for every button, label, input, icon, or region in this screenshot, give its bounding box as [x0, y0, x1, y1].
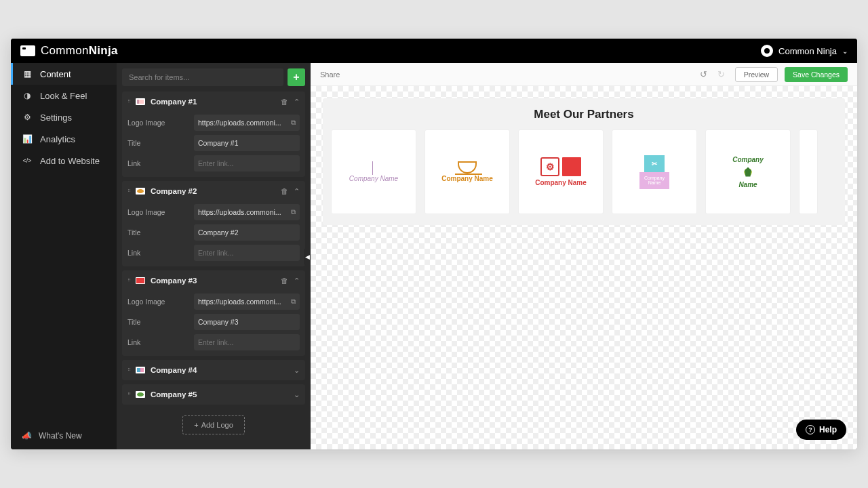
- gear-icon: ⚙: [22, 113, 32, 122]
- plus-icon: +: [194, 421, 198, 429]
- account-name: Common Ninja: [778, 46, 837, 56]
- content-item-4: ⠿ Company #4 ⌄: [122, 360, 305, 380]
- item-thumb-icon: [136, 367, 145, 373]
- item-header[interactable]: ⠿ Company #1 🗑 ⌃: [122, 92, 305, 112]
- drag-handle-icon[interactable]: ⠿: [127, 392, 130, 397]
- search-row: +: [122, 68, 305, 86]
- avatar-icon: [761, 45, 773, 57]
- content-item-3: ⠿ Company #3 🗑⌃ Logo Imagehttps://upload…: [122, 270, 305, 356]
- chevron-down-icon: ⌄: [842, 47, 848, 55]
- field-label-logo: Logo Image: [127, 119, 189, 127]
- sidebar-item-analytics[interactable]: 📊 Analytics: [11, 128, 117, 150]
- link-input[interactable]: [198, 338, 296, 346]
- redo-icon: ↻: [717, 69, 728, 80]
- content-item-1: ⠿ Company #1 🗑 ⌃ Logo Imagehttps://uploa…: [122, 92, 305, 177]
- add-logo-label: Add Logo: [201, 421, 233, 429]
- code-icon: </>: [22, 157, 32, 164]
- content-pane: + ⠿ Company #1 🗑 ⌃ Logo Imagehttps://upl…: [117, 63, 311, 449]
- link-input[interactable]: [198, 249, 296, 257]
- add-item-button[interactable]: +: [288, 68, 305, 86]
- drag-handle-icon[interactable]: ⠿: [127, 99, 130, 104]
- grid-icon: ▦: [22, 69, 32, 79]
- logo-card: ⚙Company Name: [518, 129, 604, 214]
- nav-label: Look & Feel: [40, 91, 87, 101]
- nav-label: Add to Website: [40, 156, 100, 166]
- sidebar-item-look-feel[interactable]: ◑ Look & Feel: [11, 85, 117, 106]
- brand: CommonNinja: [20, 44, 118, 58]
- field-label-title: Title: [127, 318, 189, 326]
- preview-toolbar: Share ↺ ↻ Preview Save Changes: [311, 63, 857, 86]
- logo-card: ✂Company Name: [612, 129, 697, 214]
- item-header[interactable]: ⠿ Company #2 🗑⌃: [122, 181, 305, 201]
- preview-button[interactable]: Preview: [735, 67, 778, 82]
- delete-icon[interactable]: 🗑: [281, 187, 288, 196]
- logo-url-input[interactable]: https://uploads.commoni...: [198, 119, 291, 127]
- item-header[interactable]: ⠿ Company #3 🗑⌃: [122, 270, 305, 291]
- field-label-logo: Logo Image: [127, 298, 189, 306]
- item-thumb-icon: [136, 277, 145, 284]
- link-input[interactable]: [198, 159, 296, 167]
- item-title: Company #4: [151, 366, 288, 374]
- save-changes-button[interactable]: Save Changes: [785, 67, 848, 82]
- field-label-title: Title: [127, 139, 189, 147]
- help-button[interactable]: ? Help: [796, 420, 846, 440]
- nav-label: Content: [40, 69, 71, 79]
- delete-icon[interactable]: 🗑: [281, 277, 288, 285]
- content-item-5: ⠿ Company #5 ⌄: [122, 384, 305, 405]
- sidebar-item-content[interactable]: ▦ Content: [11, 63, 117, 85]
- drag-handle-icon[interactable]: ⠿: [127, 188, 130, 194]
- upload-icon[interactable]: ⧉: [291, 298, 296, 306]
- chevron-down-icon[interactable]: ⌄: [294, 366, 300, 375]
- logo-url-input[interactable]: https://uploads.commoni...: [198, 208, 291, 216]
- help-label: Help: [819, 425, 837, 434]
- upload-icon[interactable]: ⧉: [291, 119, 296, 127]
- item-body: Logo Imagehttps://uploads.commoni...⧉ Ti…: [122, 112, 305, 177]
- whats-new-button[interactable]: 📣 What's New: [11, 422, 117, 449]
- add-logo-button[interactable]: + Add Logo: [182, 415, 245, 434]
- megaphone-icon: 📣: [22, 431, 32, 441]
- title-input[interactable]: Company #3: [198, 318, 296, 326]
- field-label-link: Link: [127, 249, 189, 257]
- item-thumb-icon: [136, 188, 145, 195]
- item-title: Company #5: [151, 390, 288, 399]
- brand-text: CommonNinja: [41, 44, 118, 58]
- chevron-up-icon[interactable]: ⌃: [294, 277, 300, 285]
- preview-canvas: Meet Our Partners Company Name Company N…: [311, 86, 857, 449]
- item-title: Company #2: [151, 187, 275, 195]
- main: ▦ Content ◑ Look & Feel ⚙ Settings 📊 Ana…: [11, 63, 857, 449]
- chevron-down-icon[interactable]: ⌄: [294, 390, 300, 399]
- item-thumb-icon: [136, 391, 145, 398]
- item-header[interactable]: ⠿ Company #4 ⌄: [122, 360, 305, 380]
- chevron-up-icon[interactable]: ⌃: [294, 187, 300, 196]
- logo-showcase-widget: Meet Our Partners Company Name Company N…: [323, 98, 845, 225]
- undo-icon[interactable]: ↺: [700, 69, 711, 80]
- share-button[interactable]: Share: [320, 70, 340, 79]
- field-label-logo: Logo Image: [127, 208, 189, 216]
- field-label-link: Link: [127, 338, 189, 346]
- upload-icon[interactable]: ⧉: [291, 208, 296, 216]
- logo-card: Company Name: [331, 129, 416, 214]
- title-input[interactable]: Company #1: [198, 139, 296, 147]
- collapse-panel-button[interactable]: ◀: [304, 249, 311, 265]
- drag-handle-icon[interactable]: ⠿: [127, 278, 130, 283]
- title-input[interactable]: Company #2: [198, 228, 296, 237]
- logo-url-input[interactable]: https://uploads.commoni...: [198, 298, 291, 306]
- drag-handle-icon[interactable]: ⠿: [127, 367, 130, 373]
- widget-title: Meet Our Partners: [331, 108, 837, 121]
- preview-pane: ◀ Share ↺ ↻ Preview Save Changes Meet Ou…: [311, 63, 857, 449]
- delete-icon[interactable]: 🗑: [281, 98, 288, 106]
- item-thumb-icon: [136, 98, 145, 105]
- nav-label: Analytics: [40, 134, 75, 144]
- sidebar-item-settings[interactable]: ⚙ Settings: [11, 106, 117, 128]
- item-header[interactable]: ⠿ Company #5 ⌄: [122, 384, 305, 405]
- app-window: CommonNinja Common Ninja ⌄ ▦ Content ◑ L…: [11, 39, 857, 449]
- chevron-up-icon[interactable]: ⌃: [294, 98, 300, 106]
- sidebar: ▦ Content ◑ Look & Feel ⚙ Settings 📊 Ana…: [11, 63, 117, 449]
- logo-card-partial: [799, 129, 818, 214]
- logo-card: CompanyName: [705, 129, 791, 214]
- sidebar-item-add-to-website[interactable]: </> Add to Website: [11, 150, 117, 171]
- item-title: Company #1: [151, 98, 275, 106]
- nav-label: Settings: [40, 113, 72, 123]
- account-menu[interactable]: Common Ninja ⌄: [761, 45, 848, 57]
- search-input[interactable]: [122, 68, 283, 86]
